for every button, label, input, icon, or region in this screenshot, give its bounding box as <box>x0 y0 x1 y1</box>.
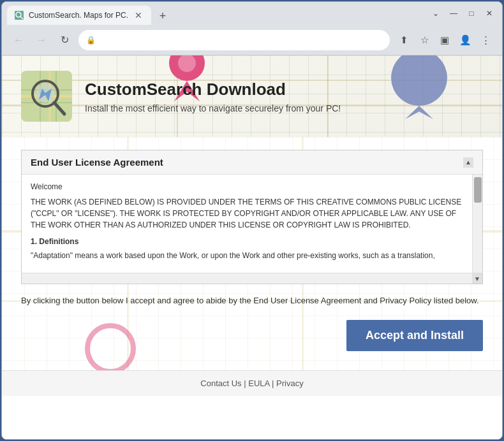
back-button[interactable]: ← <box>10 31 27 49</box>
menu-icon[interactable]: ⋮ <box>477 31 494 49</box>
hero-logo <box>21 71 72 122</box>
profile-icon[interactable]: 👤 <box>456 31 474 49</box>
eula-section1-text: "Adaptation" means a work based upon the… <box>31 250 463 261</box>
window-controls: ⌄ — □ ✕ <box>428 6 497 21</box>
chevron-down-icon: ⌄ <box>428 6 443 21</box>
footer-sep2: | <box>269 379 276 388</box>
eula-footer: ▼ <box>22 273 482 284</box>
blue-pin-top <box>387 55 451 122</box>
eula-title: End User License Agreement <box>31 157 163 168</box>
footer-sep1: | <box>242 379 249 388</box>
tab-close-button[interactable]: ✕ <box>133 10 144 20</box>
close-button[interactable]: ✕ <box>482 6 497 21</box>
eula-body[interactable]: Welcome THE WORK (AS DEFINED BELOW) IS P… <box>22 175 472 273</box>
title-bar: CustomSearch. Maps for PC. ✕ + ⌄ — □ ✕ <box>2 2 502 25</box>
page-content: CustomSearch Download Install the most e… <box>2 55 502 439</box>
minimize-button[interactable]: — <box>446 6 461 21</box>
accept-and-install-button[interactable]: Accept and Install <box>346 320 483 351</box>
page-footer: Contact Us | EULA | Privacy <box>2 370 502 396</box>
extensions-icon[interactable]: ▣ <box>436 31 454 49</box>
active-tab[interactable]: CustomSearch. Maps for PC. ✕ <box>7 6 151 25</box>
eula-link[interactable]: EULA <box>248 379 269 388</box>
tab-bar: CustomSearch. Maps for PC. ✕ + <box>7 2 428 25</box>
browser-window: CustomSearch. Maps for PC. ✕ + ⌄ — □ ✕ ←… <box>1 1 503 440</box>
contact-us-link[interactable]: Contact Us <box>200 379 241 388</box>
eula-scroll-area: Welcome THE WORK (AS DEFINED BELOW) IS P… <box>22 175 482 273</box>
forward-button[interactable]: → <box>33 31 50 49</box>
eula-header: End User License Agreement ▲ <box>22 150 482 175</box>
hero-section: CustomSearch Download Install the most e… <box>2 55 502 137</box>
hero-title: CustomSearch Download <box>85 80 341 99</box>
agreement-text: By clicking the button below I accept an… <box>21 294 483 307</box>
lock-icon: 🔒 <box>86 36 96 45</box>
maximize-button[interactable]: □ <box>464 6 479 21</box>
bookmark-icon[interactable]: ☆ <box>415 31 433 49</box>
eula-body-text: THE WORK (AS DEFINED BELOW) IS PROVIDED … <box>31 196 463 231</box>
refresh-button[interactable]: ↻ <box>56 31 73 49</box>
privacy-link[interactable]: Privacy <box>276 379 304 388</box>
eula-scrollbar[interactable] <box>472 175 482 273</box>
hero-text: CustomSearch Download Install the most e… <box>85 80 341 113</box>
eula-box: End User License Agreement ▲ Welcome THE… <box>21 150 483 284</box>
eula-welcome-label: Welcome <box>31 181 463 192</box>
share-icon[interactable]: ⬆ <box>395 31 413 49</box>
tab-title: CustomSearch. Maps for PC. <box>29 11 128 20</box>
spacer <box>21 351 483 370</box>
hero-subtitle: Install the most efficient way to naviga… <box>85 103 341 113</box>
eula-section1-title: 1. Definitions <box>31 236 463 247</box>
address-input-container[interactable]: 🔒 <box>78 30 390 50</box>
scrollbar-thumb[interactable] <box>474 177 482 203</box>
tab-favicon <box>15 11 24 20</box>
main-content: Map End User License Agreement ▲ Welcome <box>2 137 502 370</box>
address-right-icons: ⬆ ☆ ▣ 👤 ⋮ <box>395 31 494 49</box>
eula-scroll-up[interactable]: ▲ <box>463 157 473 168</box>
eula-scroll-down[interactable]: ▼ <box>472 273 482 284</box>
svg-point-5 <box>391 55 447 106</box>
address-bar: ← → ↻ 🔒 ⬆ ☆ ▣ 👤 ⋮ <box>2 25 502 55</box>
new-tab-button[interactable]: + <box>154 7 172 25</box>
